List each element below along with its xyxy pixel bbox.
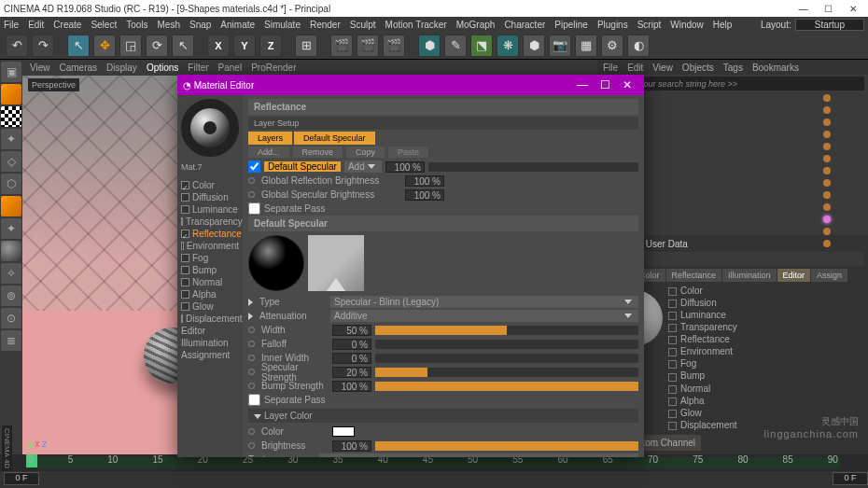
frame-start[interactable]: 0 F	[4, 472, 39, 485]
layout-dropdown[interactable]: Startup	[795, 19, 864, 31]
default-spec-checkbox[interactable]	[248, 160, 260, 173]
slider-value[interactable]: 0 %	[332, 339, 371, 350]
last-tool[interactable]: ↖	[172, 35, 194, 57]
render-view[interactable]: 🎬	[330, 35, 353, 57]
attr-tab-assign[interactable]: Assign	[811, 269, 847, 282]
add-more[interactable]: ◐	[627, 35, 650, 57]
channel-bump[interactable]: Bump	[181, 264, 239, 276]
add-camera[interactable]: 📷	[549, 35, 571, 57]
me-min-button[interactable]: —	[571, 78, 594, 91]
channel-luminance[interactable]: Luminance	[181, 203, 239, 216]
rotate-tool[interactable]: ⟳	[146, 35, 168, 57]
vp-panel[interactable]: Panel	[218, 63, 243, 73]
channel-checkbox[interactable]	[181, 205, 189, 214]
add-cube[interactable]: ⬢	[418, 35, 441, 57]
z-axis-lock[interactable]: Z	[259, 35, 282, 57]
channel-checkbox[interactable]	[181, 278, 189, 286]
slider-specular-strength[interactable]	[375, 368, 638, 377]
attr-tab-reflectance[interactable]: Reflectance	[666, 269, 722, 282]
tweak-icon[interactable]: ✧	[1, 263, 21, 284]
menu-sculpt[interactable]: Sculpt	[350, 20, 376, 30]
x-axis-lock[interactable]: X	[207, 35, 230, 57]
menu-plugins[interactable]: Plugins	[597, 20, 628, 30]
channel-color[interactable]: Color	[181, 179, 239, 191]
menu-select[interactable]: Select	[91, 20, 117, 30]
add-deformer[interactable]: ❋	[497, 35, 519, 57]
sphere-tool-icon[interactable]	[1, 241, 21, 261]
slider-width[interactable]	[375, 326, 638, 335]
blend-mode-dropdown[interactable]: Add	[344, 160, 382, 173]
channel-environment[interactable]: Environment	[181, 240, 239, 252]
me-max-button[interactable]: ☐	[594, 78, 616, 91]
select-tool[interactable]: ↖	[67, 35, 90, 57]
vp-prorender[interactable]: ProRender	[251, 63, 296, 73]
menu-pipeline[interactable]: Pipeline	[554, 20, 588, 30]
menu-window[interactable]: Window	[670, 20, 704, 30]
channel-assignment[interactable]: Assignment	[181, 349, 239, 361]
max-button[interactable]: ☐	[817, 4, 839, 14]
channel-diffusion[interactable]: Diffusion	[181, 191, 239, 203]
menu-help[interactable]: Help	[713, 20, 733, 30]
add-spline[interactable]: ✎	[444, 35, 467, 57]
add-tag[interactable]: ⚙	[601, 35, 623, 57]
layer-color-header[interactable]: Layer Color	[264, 411, 313, 421]
me-material-preview[interactable]	[181, 99, 239, 157]
obj-view[interactable]: View	[652, 63, 673, 73]
btn-add[interactable]: Add...	[248, 146, 289, 158]
btn-copy[interactable]: Copy	[346, 146, 385, 158]
material-editor-dialog[interactable]: ◔ Material Editor — ☐ ✕ Mat.7 ColorDiffu…	[177, 75, 644, 457]
menu-mesh[interactable]: Mesh	[158, 20, 180, 30]
me-material-name[interactable]: Mat.7	[181, 160, 239, 174]
poly-mode-icon[interactable]	[1, 196, 21, 216]
channel-editor[interactable]: Editor	[181, 325, 239, 337]
frame-end[interactable]: 0 F	[833, 472, 868, 485]
channel-alpha[interactable]: Alpha	[181, 288, 239, 300]
vp-display[interactable]: Display	[106, 63, 137, 73]
slider-value[interactable]: 0 %	[332, 353, 371, 364]
magnet-icon[interactable]: ⊙	[1, 308, 21, 328]
channel-checkbox[interactable]	[181, 314, 183, 323]
channel-checkbox[interactable]	[181, 217, 183, 226]
point-mode-icon[interactable]: ◇	[1, 151, 21, 172]
channel-checkbox[interactable]	[181, 242, 184, 250]
axis-icon[interactable]: ✦	[1, 218, 21, 239]
add-light[interactable]: ▦	[575, 35, 597, 57]
obj-tags[interactable]: Tags	[723, 63, 743, 73]
channel-checkbox[interactable]	[181, 266, 189, 274]
attr-tab-illumination[interactable]: Illumination	[722, 269, 777, 282]
tag-dot-selected[interactable]	[823, 216, 831, 223]
brightness-slider[interactable]	[375, 441, 638, 451]
slider-value[interactable]: 50 %	[332, 325, 371, 336]
channel-glow[interactable]: Glow	[181, 300, 239, 313]
vp-view[interactable]: View	[30, 63, 50, 73]
blend-slider[interactable]	[428, 162, 638, 172]
menu-animate[interactable]: Animate	[220, 20, 255, 30]
channel-checkbox[interactable]	[181, 193, 189, 202]
menu-character[interactable]: Character	[504, 20, 545, 30]
close-button[interactable]: ✕	[842, 4, 864, 14]
menu-snap[interactable]: Snap	[189, 20, 211, 30]
channel-checkbox[interactable]	[181, 290, 189, 299]
tag-dot[interactable]	[823, 94, 831, 102]
texture-mode-icon[interactable]	[1, 106, 21, 127]
menu-tools[interactable]: Tools	[126, 20, 147, 30]
menu-file[interactable]: File	[4, 20, 19, 30]
menu-render[interactable]: Render	[310, 20, 341, 30]
obj-bookmarks[interactable]: Bookmarks	[752, 63, 799, 73]
attenuation-dropdown[interactable]: Additive	[330, 310, 638, 322]
type-dropdown[interactable]: Specular - Blinn (Legacy)	[330, 296, 638, 308]
channel-illumination[interactable]: Illumination	[181, 337, 239, 349]
menu-script[interactable]: Script	[637, 20, 662, 30]
slider-value[interactable]: 100 %	[332, 381, 371, 392]
attr-tab-editor[interactable]: Editor	[777, 269, 811, 282]
menu-edit[interactable]: Edit	[28, 20, 44, 30]
add-environment[interactable]: ⬢	[523, 35, 545, 57]
menu-simulate[interactable]: Simulate	[264, 20, 301, 30]
blend-value[interactable]: 100 %	[385, 161, 425, 173]
object-mode-icon[interactable]	[1, 84, 21, 105]
channel-checkbox[interactable]	[181, 254, 189, 262]
channel-checkbox[interactable]	[181, 181, 189, 189]
y-axis-lock[interactable]: Y	[233, 35, 256, 57]
channel-checkbox[interactable]	[181, 302, 189, 311]
tab-default-specular[interactable]: Default Specular	[294, 132, 375, 145]
